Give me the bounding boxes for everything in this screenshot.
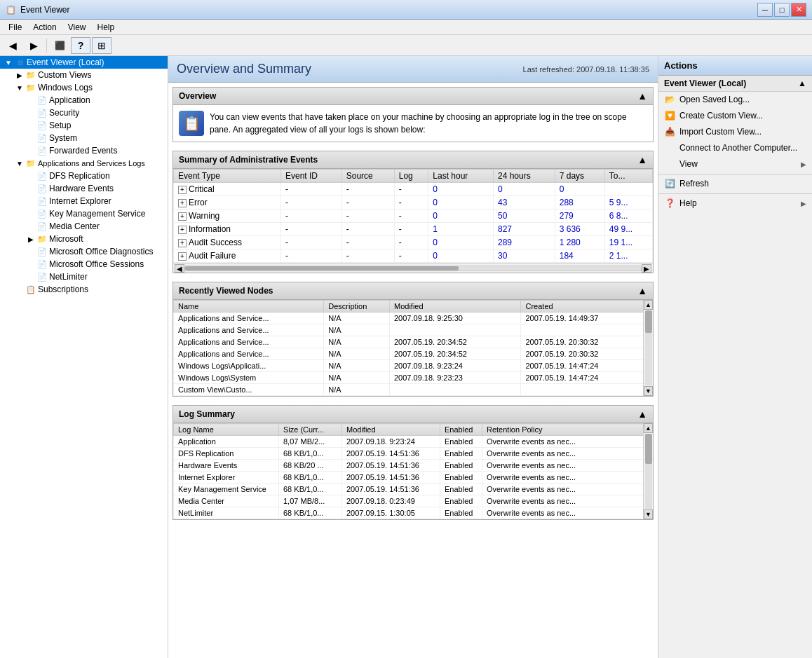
tree-microsoft[interactable]: ▶ 📁 Microsoft (0, 233, 168, 245)
menu-help[interactable]: Help (92, 21, 121, 34)
col-event-id[interactable]: Event ID (280, 170, 341, 183)
tree-dfs[interactable]: ▶ 📄 DFS Replication (0, 170, 168, 182)
table-row[interactable]: +Information - - - 1 827 3 636 49 9... (174, 223, 653, 236)
menu-view[interactable]: View (62, 21, 92, 34)
admin-events-scrollbar[interactable]: ◀ ▶ (173, 263, 653, 273)
microsoft-expander[interactable]: ▶ (25, 233, 36, 245)
action-view[interactable]: View ▶ (658, 156, 812, 172)
recently-viewed-collapse-icon[interactable]: ▲ (637, 285, 647, 296)
table-row[interactable]: +Error - - - 0 43 288 5 9... (174, 196, 653, 210)
scroll-up-btn[interactable]: ▲ (644, 300, 653, 310)
action-import-custom-view[interactable]: 📥 Import Custom View... (658, 124, 812, 140)
back-button[interactable]: ◀ (3, 37, 22, 54)
admin-events-header[interactable]: Summary of Administrative Events ▲ (173, 151, 653, 169)
col-log[interactable]: Log (394, 170, 428, 183)
expand-information[interactable]: + (178, 226, 187, 234)
tree-office-diag[interactable]: ▶ 📄 Microsoft Office Diagnostics (0, 245, 168, 258)
ls-col-modified[interactable]: Modified (342, 424, 440, 436)
scroll-right-btn[interactable]: ▶ (642, 264, 651, 273)
action-connect-computer[interactable]: Connect to Another Computer... (658, 140, 812, 156)
col-event-type[interactable]: Event Type (174, 170, 281, 183)
recently-viewed-header[interactable]: Recently Viewed Nodes ▲ (173, 282, 653, 300)
tree-setup[interactable]: ▶ 📄 Setup (0, 119, 168, 132)
scroll-down-btn[interactable]: ▼ (644, 386, 653, 396)
menu-file[interactable]: File (3, 21, 27, 34)
rv-col-name[interactable]: Name (174, 301, 324, 313)
scroll-left-btn[interactable]: ◀ (175, 264, 184, 273)
col-7days[interactable]: 7 days (555, 170, 604, 183)
list-item[interactable]: Application 8,07 MB/2... 2007.09.18. 9:2… (174, 436, 653, 448)
action-group-collapse[interactable]: ▲ (798, 78, 806, 88)
col-source[interactable]: Source (341, 170, 394, 183)
forward-button[interactable]: ▶ (24, 37, 43, 54)
action-create-custom-view[interactable]: 🔽 Create Custom View... (658, 108, 812, 124)
overview-header[interactable]: Overview ▲ (173, 88, 653, 105)
action-help[interactable]: ❓ Help ▶ (658, 196, 812, 212)
expand-error[interactable]: + (178, 199, 187, 207)
ls-col-size[interactable]: Size (Curr... (279, 424, 342, 436)
rv-col-desc[interactable]: Description (324, 301, 390, 313)
tree-media-center[interactable]: ▶ 📄 Media Center (0, 220, 168, 233)
list-item[interactable]: Applications and Service... N/A 2007.05.… (174, 348, 653, 360)
ls-scroll-down-btn[interactable]: ▼ (644, 509, 653, 519)
tree-netlimiter[interactable]: ▶ 📄 NetLimiter (0, 270, 168, 283)
ls-col-retention[interactable]: Retention Policy (482, 424, 653, 436)
list-item[interactable]: Applications and Service... N/A 2007.09.… (174, 313, 653, 324)
list-item[interactable]: Custom View\Custo... N/A (174, 384, 653, 396)
tree-system[interactable]: ▶ 📄 System (0, 132, 168, 144)
up-button[interactable]: ⬛ (50, 37, 69, 54)
root-expander[interactable]: ▼ (3, 57, 14, 68)
list-item[interactable]: NetLimiter 68 KB/1,0... 2007.09.15. 1:30… (174, 507, 653, 519)
list-item[interactable]: Applications and Service... N/A 2007.05.… (174, 336, 653, 348)
tree-subscriptions[interactable]: ▶ 📋 Subscriptions (0, 283, 168, 296)
tree-hardware[interactable]: ▶ 📄 Hardware Events (0, 182, 168, 195)
overview-collapse-icon[interactable]: ▲ (637, 90, 647, 102)
tree-windows-logs[interactable]: ▼ 📁 Windows Logs (0, 81, 168, 94)
properties-button[interactable]: ⊞ (92, 37, 111, 54)
list-item[interactable]: Windows Logs\System N/A 2007.09.18. 9:23… (174, 372, 653, 384)
rv-col-created[interactable]: Created (521, 301, 653, 313)
table-row[interactable]: +Warning - - - 0 50 279 6 8... (174, 210, 653, 223)
log-summary-header[interactable]: Log Summary ▲ (173, 406, 653, 423)
list-item[interactable]: DFS Replication 68 KB/1,0... 2007.05.19.… (174, 448, 653, 460)
close-button[interactable]: ✕ (791, 3, 806, 17)
windows-logs-expander[interactable]: ▼ (14, 82, 25, 93)
expand-audit-success[interactable]: + (178, 239, 187, 247)
table-row[interactable]: +Audit Failure - - - 0 30 184 2 1... (174, 249, 653, 263)
ls-col-name[interactable]: Log Name (174, 424, 279, 436)
help-button[interactable]: ? (71, 37, 90, 54)
tree-security[interactable]: ▶ 📄 Security (0, 107, 168, 119)
list-item[interactable]: Internet Explorer 68 KB/1,0... 2007.05.1… (174, 472, 653, 484)
action-refresh[interactable]: 🔄 Refresh (658, 176, 812, 192)
menu-action[interactable]: Action (27, 21, 62, 34)
maximize-button[interactable]: □ (774, 3, 790, 17)
expand-warning[interactable]: + (178, 212, 187, 221)
minimize-button[interactable]: ─ (757, 3, 773, 17)
list-item[interactable]: Hardware Events 68 KB/20 ... 2007.05.19.… (174, 460, 653, 472)
log-summary-collapse-icon[interactable]: ▲ (637, 409, 647, 420)
list-item[interactable]: Media Center 1,07 MB/8... 2007.09.18. 0:… (174, 495, 653, 507)
list-item[interactable]: Applications and Service... N/A (174, 324, 653, 336)
tree-root[interactable]: ▼ 🖥 Event Viewer (Local) (0, 56, 168, 69)
col-last-hour[interactable]: Last hour (428, 170, 494, 183)
app-services-expander[interactable]: ▼ (14, 158, 25, 169)
rv-col-modified[interactable]: Modified (390, 301, 521, 313)
tree-forwarded-events[interactable]: ▶ 📄 Forwarded Events (0, 144, 168, 157)
log-summary-scrollbar[interactable]: ▲ ▼ (643, 423, 653, 519)
custom-views-expander[interactable]: ▶ (14, 69, 25, 81)
action-open-saved-log[interactable]: 📂 Open Saved Log... (658, 92, 812, 108)
tree-application[interactable]: ▶ 📄 Application (0, 94, 168, 107)
expand-critical[interactable]: + (178, 186, 187, 194)
tree-custom-views[interactable]: ▶ 📁 Custom Views (0, 69, 168, 81)
col-total[interactable]: To... (604, 170, 652, 183)
ls-col-enabled[interactable]: Enabled (440, 424, 482, 436)
tree-kms[interactable]: ▶ 📄 Key Management Service (0, 207, 168, 220)
tree-ie[interactable]: ▶ 📄 Internet Explorer (0, 195, 168, 207)
table-row[interactable]: +Critical - - - 0 0 0 (174, 183, 653, 196)
table-row[interactable]: +Audit Success - - - 0 289 1 280 19 1... (174, 236, 653, 249)
admin-events-collapse-icon[interactable]: ▲ (637, 154, 647, 165)
tree-app-services-logs[interactable]: ▼ 📁 Applications and Services Logs (0, 157, 168, 170)
col-24hours[interactable]: 24 hours (493, 170, 555, 183)
list-item[interactable]: Key Management Service 68 KB/1,0... 2007… (174, 484, 653, 495)
list-item[interactable]: Windows Logs\Applicati... N/A 2007.09.18… (174, 360, 653, 372)
